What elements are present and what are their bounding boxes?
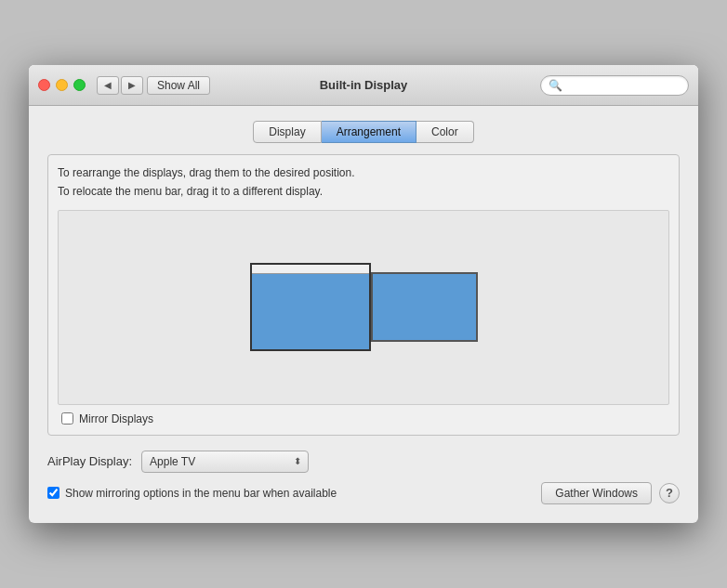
content-area: Display Arrangement Color To rearrange t… (29, 106, 698, 522)
search-input[interactable] (566, 79, 681, 92)
titlebar: ◀ ▶ Show All Built-in Display 🔍 (29, 65, 698, 106)
window-title: Built-in Display (320, 78, 408, 92)
help-button[interactable]: ? (659, 483, 680, 503)
search-box[interactable]: 🔍 (540, 75, 689, 96)
minimize-button[interactable] (56, 79, 68, 91)
bottom-row: Show mirroring options in the menu bar w… (47, 482, 680, 504)
forward-button[interactable]: ▶ (121, 76, 143, 95)
back-icon: ◀ (104, 80, 112, 90)
instruction-text: To rearrange the displays, drag them to … (58, 164, 669, 200)
mirroring-options-row: Show mirroring options in the menu bar w… (47, 487, 337, 500)
tab-display[interactable]: Display (253, 121, 321, 143)
menu-bar-indicator (252, 265, 369, 274)
monitor-area (58, 210, 669, 405)
back-button[interactable]: ◀ (97, 76, 119, 95)
tabs-bar: Display Arrangement Color (47, 121, 680, 143)
right-buttons: Gather Windows ? (541, 482, 680, 504)
mirroring-options-checkbox[interactable] (47, 487, 59, 499)
gather-windows-button[interactable]: Gather Windows (541, 482, 652, 504)
nav-buttons: ◀ ▶ (97, 76, 143, 95)
mirror-displays-row: Mirror Displays (58, 412, 669, 425)
mirror-displays-checkbox[interactable] (61, 412, 73, 425)
tab-color[interactable]: Color (416, 121, 474, 143)
airplay-select-container: Apple TV Off ⬍ (141, 451, 309, 473)
airplay-select[interactable]: Apple TV Off (141, 451, 309, 473)
show-all-button[interactable]: Show All (147, 76, 210, 95)
traffic-lights (38, 79, 86, 91)
mirror-displays-label: Mirror Displays (79, 412, 153, 425)
airplay-row: AirPlay Display: Apple TV Off ⬍ (47, 451, 680, 473)
system-preferences-window: ◀ ▶ Show All Built-in Display 🔍 Display … (29, 65, 698, 522)
monitors-container (250, 263, 478, 351)
airplay-label: AirPlay Display: (47, 454, 132, 468)
secondary-monitor[interactable] (371, 272, 478, 342)
primary-monitor[interactable] (250, 263, 371, 351)
forward-icon: ▶ (128, 80, 136, 90)
mirroring-options-label: Show mirroring options in the menu bar w… (65, 487, 337, 500)
close-button[interactable] (38, 79, 50, 91)
display-panel: To rearrange the displays, drag them to … (47, 154, 680, 435)
maximize-button[interactable] (73, 79, 86, 91)
search-icon: 🔍 (549, 79, 562, 92)
tab-arrangement[interactable]: Arrangement (322, 121, 416, 143)
